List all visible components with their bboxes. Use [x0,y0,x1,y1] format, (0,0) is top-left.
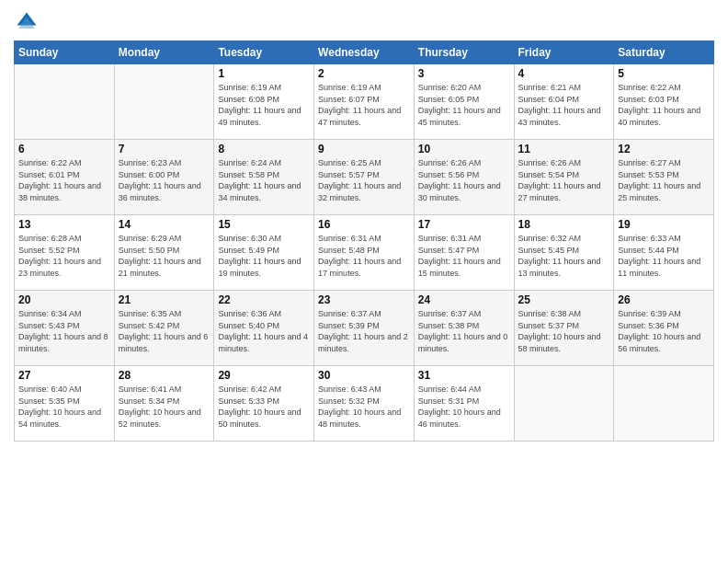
day-info: Sunrise: 6:39 AM Sunset: 5:36 PM Dayligh… [618,308,710,354]
day-number: 1 [218,67,310,80]
weekday-row: SundayMondayTuesdayWednesdayThursdayFrid… [15,41,714,64]
day-info: Sunrise: 6:31 AM Sunset: 5:48 PM Dayligh… [318,233,410,279]
calendar-day-cell: 29Sunrise: 6:42 AM Sunset: 5:33 PM Dayli… [214,366,314,442]
day-number: 28 [119,369,210,382]
calendar-header: SundayMondayTuesdayWednesdayThursdayFrid… [15,41,714,64]
day-number: 2 [318,67,410,80]
calendar-day-cell: 7Sunrise: 6:23 AM Sunset: 6:00 PM Daylig… [114,140,214,215]
day-number: 21 [119,293,210,306]
calendar-day-cell: 28Sunrise: 6:41 AM Sunset: 5:34 PM Dayli… [114,366,214,442]
calendar-week-row: 27Sunrise: 6:40 AM Sunset: 5:35 PM Dayli… [15,366,714,442]
day-number: 27 [18,369,110,382]
day-info: Sunrise: 6:35 AM Sunset: 5:42 PM Dayligh… [119,308,210,354]
calendar-week-row: 13Sunrise: 6:28 AM Sunset: 5:52 PM Dayli… [15,215,714,291]
calendar-day-cell: 16Sunrise: 6:31 AM Sunset: 5:48 PM Dayli… [314,215,415,291]
calendar-week-row: 1Sunrise: 6:19 AM Sunset: 6:08 PM Daylig… [15,64,714,140]
calendar-week-row: 6Sunrise: 6:22 AM Sunset: 6:01 PM Daylig… [15,140,714,215]
day-number: 14 [119,218,210,231]
calendar-day-cell: 9Sunrise: 6:25 AM Sunset: 5:57 PM Daylig… [314,140,415,215]
page: SundayMondayTuesdayWednesdayThursdayFrid… [0,0,728,563]
calendar-week-row: 20Sunrise: 6:34 AM Sunset: 5:43 PM Dayli… [15,291,714,366]
calendar-day-cell: 24Sunrise: 6:37 AM Sunset: 5:38 PM Dayli… [414,291,514,366]
day-number: 19 [618,218,710,231]
day-info: Sunrise: 6:19 AM Sunset: 6:08 PM Dayligh… [218,82,310,128]
day-info: Sunrise: 6:28 AM Sunset: 5:52 PM Dayligh… [18,233,110,279]
calendar-day-cell: 17Sunrise: 6:31 AM Sunset: 5:47 PM Dayli… [414,215,514,291]
day-number: 20 [18,293,110,306]
calendar-day-cell: 27Sunrise: 6:40 AM Sunset: 5:35 PM Dayli… [15,366,115,442]
day-info: Sunrise: 6:25 AM Sunset: 5:57 PM Dayligh… [318,157,410,203]
day-info: Sunrise: 6:23 AM Sunset: 6:00 PM Dayligh… [119,157,210,203]
day-number: 26 [618,293,710,306]
calendar-day-cell: 19Sunrise: 6:33 AM Sunset: 5:44 PM Dayli… [614,215,714,291]
day-info: Sunrise: 6:37 AM Sunset: 5:38 PM Dayligh… [418,308,510,354]
calendar-day-cell [15,64,115,140]
day-number: 24 [418,293,510,306]
calendar-day-cell: 12Sunrise: 6:27 AM Sunset: 5:53 PM Dayli… [614,140,714,215]
day-number: 6 [18,143,110,155]
calendar-day-cell: 10Sunrise: 6:26 AM Sunset: 5:56 PM Dayli… [414,140,514,215]
header [14,9,714,35]
calendar-day-cell: 11Sunrise: 6:26 AM Sunset: 5:54 PM Dayli… [514,140,614,215]
day-number: 25 [518,293,610,306]
calendar-day-cell: 8Sunrise: 6:24 AM Sunset: 5:58 PM Daylig… [214,140,314,215]
day-number: 8 [218,143,310,155]
calendar: SundayMondayTuesdayWednesdayThursdayFrid… [14,40,714,442]
weekday-header: Thursday [414,41,514,64]
day-info: Sunrise: 6:31 AM Sunset: 5:47 PM Dayligh… [418,233,510,279]
day-info: Sunrise: 6:37 AM Sunset: 5:39 PM Dayligh… [318,308,410,354]
calendar-day-cell: 18Sunrise: 6:32 AM Sunset: 5:45 PM Dayli… [514,215,614,291]
day-number: 23 [318,293,410,306]
day-number: 9 [318,143,410,155]
day-number: 5 [618,67,710,80]
day-info: Sunrise: 6:34 AM Sunset: 5:43 PM Dayligh… [18,308,110,354]
day-info: Sunrise: 6:41 AM Sunset: 5:34 PM Dayligh… [119,384,210,430]
day-number: 13 [18,218,110,231]
day-info: Sunrise: 6:21 AM Sunset: 6:04 PM Dayligh… [518,82,610,128]
calendar-day-cell: 5Sunrise: 6:22 AM Sunset: 6:03 PM Daylig… [614,64,714,140]
weekday-header: Wednesday [314,41,415,64]
day-info: Sunrise: 6:43 AM Sunset: 5:32 PM Dayligh… [318,384,410,430]
calendar-day-cell [514,366,614,442]
day-info: Sunrise: 6:30 AM Sunset: 5:49 PM Dayligh… [218,233,310,279]
day-info: Sunrise: 6:20 AM Sunset: 6:05 PM Dayligh… [418,82,510,128]
day-info: Sunrise: 6:22 AM Sunset: 6:03 PM Dayligh… [618,82,710,128]
day-number: 29 [218,369,310,382]
day-info: Sunrise: 6:27 AM Sunset: 5:53 PM Dayligh… [618,157,710,203]
calendar-day-cell: 23Sunrise: 6:37 AM Sunset: 5:39 PM Dayli… [314,291,415,366]
day-number: 11 [518,143,610,155]
calendar-body: 1Sunrise: 6:19 AM Sunset: 6:08 PM Daylig… [15,64,714,442]
calendar-day-cell [114,64,214,140]
calendar-day-cell: 20Sunrise: 6:34 AM Sunset: 5:43 PM Dayli… [15,291,115,366]
calendar-day-cell: 3Sunrise: 6:20 AM Sunset: 6:05 PM Daylig… [414,64,514,140]
calendar-day-cell: 4Sunrise: 6:21 AM Sunset: 6:04 PM Daylig… [514,64,614,140]
day-info: Sunrise: 6:44 AM Sunset: 5:31 PM Dayligh… [418,384,510,430]
calendar-day-cell: 21Sunrise: 6:35 AM Sunset: 5:42 PM Dayli… [114,291,214,366]
day-number: 22 [218,293,310,306]
calendar-day-cell: 26Sunrise: 6:39 AM Sunset: 5:36 PM Dayli… [614,291,714,366]
day-info: Sunrise: 6:40 AM Sunset: 5:35 PM Dayligh… [18,384,110,430]
day-info: Sunrise: 6:36 AM Sunset: 5:40 PM Dayligh… [218,308,310,354]
calendar-day-cell: 2Sunrise: 6:19 AM Sunset: 6:07 PM Daylig… [314,64,415,140]
calendar-day-cell [614,366,714,442]
logo-icon [14,9,40,35]
day-info: Sunrise: 6:29 AM Sunset: 5:50 PM Dayligh… [119,233,210,279]
weekday-header: Friday [514,41,614,64]
day-info: Sunrise: 6:22 AM Sunset: 6:01 PM Dayligh… [18,157,110,203]
calendar-day-cell: 25Sunrise: 6:38 AM Sunset: 5:37 PM Dayli… [514,291,614,366]
calendar-day-cell: 1Sunrise: 6:19 AM Sunset: 6:08 PM Daylig… [214,64,314,140]
day-info: Sunrise: 6:19 AM Sunset: 6:07 PM Dayligh… [318,82,410,128]
day-info: Sunrise: 6:33 AM Sunset: 5:44 PM Dayligh… [618,233,710,279]
day-number: 30 [318,369,410,382]
day-info: Sunrise: 6:26 AM Sunset: 5:56 PM Dayligh… [418,157,510,203]
day-number: 7 [119,143,210,155]
day-info: Sunrise: 6:42 AM Sunset: 5:33 PM Dayligh… [218,384,310,430]
day-number: 17 [418,218,510,231]
weekday-header: Tuesday [214,41,314,64]
calendar-day-cell: 22Sunrise: 6:36 AM Sunset: 5:40 PM Dayli… [214,291,314,366]
day-number: 4 [518,67,610,80]
weekday-header: Monday [114,41,214,64]
weekday-header: Saturday [614,41,714,64]
logo [14,9,43,35]
calendar-day-cell: 15Sunrise: 6:30 AM Sunset: 5:49 PM Dayli… [214,215,314,291]
